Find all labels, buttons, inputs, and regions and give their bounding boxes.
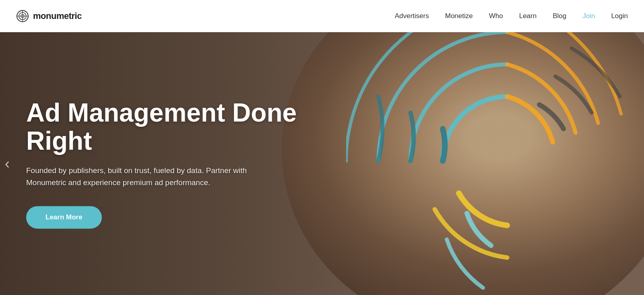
prev-slide-arrow[interactable]: ‹ — [5, 155, 10, 172]
nav-advertisers[interactable]: Advertisers — [395, 12, 429, 20]
logo-icon — [16, 10, 29, 23]
nav-learn[interactable]: Learn — [519, 12, 537, 20]
learn-more-button[interactable]: Learn More — [26, 206, 102, 229]
hero-subtitle: Founded by publishers, built on trust, f… — [26, 165, 252, 188]
hero-content: Ad Management Done Right Founded by publ… — [26, 99, 300, 229]
logo-text: monumetric — [33, 11, 82, 21]
nav-join[interactable]: Join — [582, 12, 595, 20]
nav-monetize[interactable]: Monetize — [445, 12, 473, 20]
decorative-arcs — [346, 32, 644, 295]
main-nav: Advertisers Monetize Who Learn Blog Join… — [395, 12, 628, 20]
nav-login[interactable]: Login — [611, 12, 628, 20]
hero-title: Ad Management Done Right — [26, 99, 300, 155]
hero-section: Ad Management Done Right Founded by publ… — [0, 32, 644, 295]
site-header: monumetric Advertisers Monetize Who Lear… — [0, 0, 644, 32]
nav-who[interactable]: Who — [489, 12, 503, 20]
nav-blog[interactable]: Blog — [553, 12, 566, 20]
logo[interactable]: monumetric — [16, 10, 82, 23]
